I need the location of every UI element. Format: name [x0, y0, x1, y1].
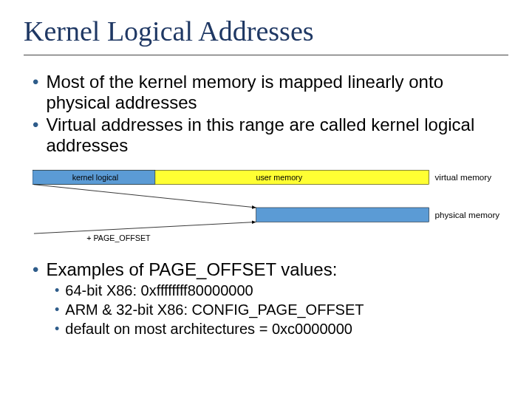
- mapping-arrow-top: [34, 185, 256, 208]
- sub-bullet-text: default on most architectures = 0xc00000…: [65, 320, 352, 338]
- mapping-arrow-bottom: [34, 222, 256, 233]
- bullet-text: Examples of PAGE_OFFSET values:: [46, 259, 337, 280]
- sub-bullet-item: • 64-bit X86: 0xffffffff80000000: [55, 282, 508, 299]
- sub-bullet-text: 64-bit X86: 0xffffffff80000000: [65, 282, 253, 299]
- bullet-text: Virtual addresses in this range are call…: [46, 115, 508, 156]
- bullet-dot-icon: •: [55, 320, 59, 338]
- slide-body: • Most of the kernel memory is mapped li…: [33, 72, 508, 338]
- kernel-logical-label: kernel logical: [72, 173, 119, 182]
- virtual-memory-label: virtual memory: [434, 172, 491, 182]
- bullet-item: • Most of the kernel memory is mapped li…: [33, 72, 508, 113]
- slide-title: Kernel Logical Addresses: [24, 15, 508, 55]
- page-offset-label: + PAGE_OFFSET: [86, 233, 151, 242]
- bullet-dot-icon: •: [55, 301, 59, 318]
- bullet-item: • Virtual addresses in this range are ca…: [33, 115, 508, 156]
- slide: Kernel Logical Addresses • Most of the k…: [0, 0, 532, 399]
- bullet-item: • Examples of PAGE_OFFSET values:: [33, 259, 508, 280]
- sub-bullet-item: • default on most architectures = 0xc000…: [55, 320, 508, 338]
- user-memory-label: user memory: [256, 173, 302, 182]
- bullet-dot-icon: •: [33, 115, 38, 135]
- sub-bullet-text: ARM & 32-bit X86: CONFIG_PAGE_OFFSET: [65, 301, 364, 318]
- sub-bullet-item: • ARM & 32-bit X86: CONFIG_PAGE_OFFSET: [55, 301, 508, 318]
- bullet-dot-icon: •: [33, 259, 38, 280]
- diagram-svg: kernel logical user memory virtual memor…: [33, 166, 508, 246]
- memory-diagram: kernel logical user memory virtual memor…: [33, 166, 508, 246]
- physical-memory-bar: [256, 208, 429, 222]
- physical-memory-label: physical memory: [434, 210, 499, 219]
- bullet-dot-icon: •: [55, 282, 59, 299]
- bullet-dot-icon: •: [33, 72, 38, 92]
- bullet-text: Most of the kernel memory is mapped line…: [46, 72, 508, 113]
